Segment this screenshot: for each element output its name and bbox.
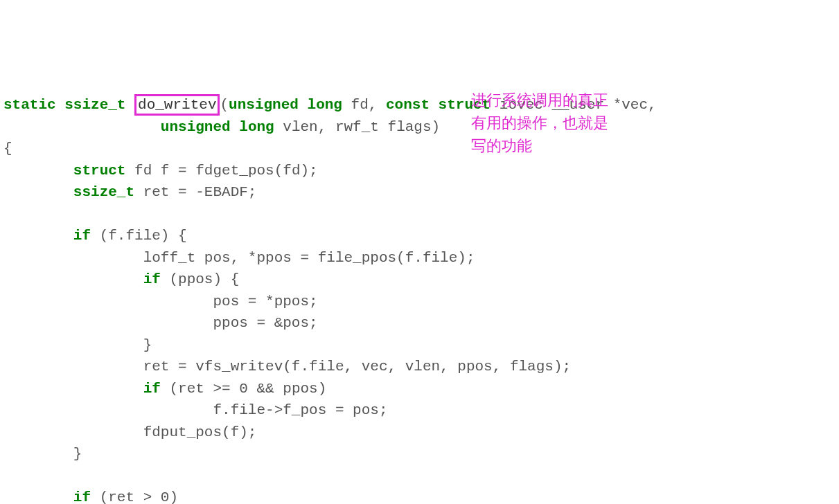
indent	[3, 381, 143, 397]
stmt-fdput: fdput_pos(f);	[3, 424, 256, 440]
function-name-highlight: do_writev	[134, 94, 220, 116]
cond-ret-gt0: (ret > 0)	[91, 489, 178, 504]
indent	[3, 228, 73, 244]
keyword-if: if	[73, 489, 91, 504]
stmt-fd-decl: fd f = fdget_pos(fd);	[125, 163, 317, 179]
annotation-line1: 进行系统调用的真正	[471, 91, 608, 109]
keyword-unsigned: unsigned	[229, 97, 299, 113]
annotation-line3: 写的功能	[471, 137, 532, 154]
cond-ret-ppos: (ret >= 0 && ppos)	[161, 381, 326, 397]
keyword-long: long	[239, 119, 274, 135]
keyword-static: static	[3, 97, 56, 113]
stmt-ppos-assign: ppos = &pos;	[3, 315, 318, 331]
brace-open: {	[3, 141, 12, 156]
stmt-fpos-assign: f.file->f_pos = pos;	[3, 402, 388, 418]
param-fd: fd,	[342, 97, 386, 113]
keyword-if: if	[143, 271, 161, 287]
indent	[3, 489, 73, 504]
indent	[3, 119, 161, 135]
keyword-const: const	[386, 97, 430, 113]
code-block: static ssize_t do_writev(unsigned long f…	[3, 94, 836, 504]
keyword-if: if	[73, 228, 91, 244]
keyword-if: if	[143, 381, 161, 397]
cond-file: (f.file) {	[91, 228, 187, 244]
indent	[3, 271, 143, 287]
keyword-unsigned: unsigned	[161, 119, 231, 135]
brace-close-inner: }	[3, 337, 152, 353]
annotation-line2: 有用的操作，也就是	[471, 114, 608, 132]
keyword-struct: struct	[73, 163, 126, 179]
stmt-vfs-writev: ret = vfs_writev(f.file, vec, vlen, ppos…	[3, 359, 571, 375]
stmt-ret-decl: ret = -EBADF;	[134, 184, 256, 200]
stmt-pos-assign: pos = *ppos;	[3, 294, 318, 309]
function-name: do_writev	[138, 97, 216, 113]
keyword-long: long	[308, 97, 342, 113]
cond-ppos: (ppos) {	[161, 271, 239, 287]
type-ssize_t: ssize_t	[73, 184, 134, 200]
type-ssize_t: ssize_t	[64, 97, 125, 113]
param-vlen-flags: vlen, rwf_t flags)	[274, 119, 440, 135]
brace-close-mid: }	[3, 446, 82, 462]
indent	[3, 163, 73, 179]
annotation-comment: 进行系统调用的真正 有用的操作，也就是 写的功能	[471, 89, 651, 157]
paren-open: (	[220, 97, 229, 113]
stmt-loff-decl: loff_t pos, *ppos = file_ppos(f.file);	[3, 250, 475, 266]
indent	[3, 184, 73, 200]
